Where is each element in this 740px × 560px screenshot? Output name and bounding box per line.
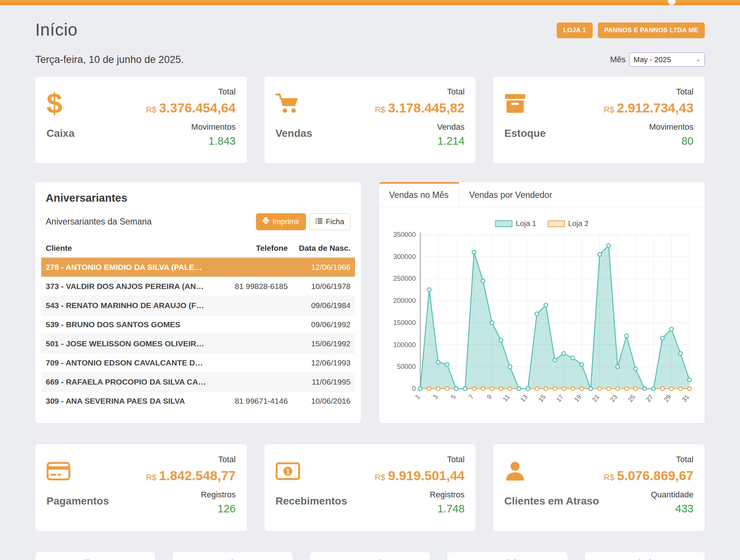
total-label: Total: [146, 87, 236, 97]
birthday-row[interactable]: 539 - BRUNO DOS SANTOS GOMES 09/06/1992: [41, 315, 355, 334]
count-value: 126: [146, 503, 236, 515]
svg-text:150000: 150000: [393, 319, 416, 326]
company-badge[interactable]: PANNOS E PANNOS LTDA ME: [598, 22, 705, 38]
birthday-row[interactable]: 373 - VALDIR DOS ANJOS PEREIRA (AN… 81 9…: [41, 277, 355, 296]
birthday-row[interactable]: 501 - JOSE WELISSON GOMES OLIVEIR… 15/06…: [41, 334, 355, 353]
printer-icon: [262, 217, 269, 226]
telefone-cell: [211, 353, 292, 373]
svg-text:1: 1: [413, 393, 421, 400]
recebimentos-card: 1 Recebimentos Total R$9.919.501,44 Regi…: [264, 444, 476, 531]
stat-name: Usuários: [456, 558, 558, 560]
svg-text:29: 29: [662, 393, 673, 403]
stat-name: Recebimentos: [276, 495, 347, 507]
store-badge-loja1[interactable]: LOJA 1: [557, 22, 592, 38]
svg-text:11: 11: [501, 393, 511, 403]
month-picker: Mês May - 2025 ⌄: [610, 52, 705, 67]
nasc-cell: 12/06/1966: [292, 258, 355, 277]
svg-text:25: 25: [627, 393, 637, 403]
total-value: R$3.376.454,64: [146, 100, 236, 115]
svg-text:23: 23: [609, 393, 619, 403]
total-value: R$3.178.445,82: [375, 100, 465, 115]
clientes-card: Clientes: [35, 552, 155, 560]
usuarios-card: Usuários: [447, 552, 567, 560]
svg-text:31: 31: [680, 393, 691, 403]
cliente-cell: 709 - ANTONIO EDSON CAVALCANTE D…: [41, 353, 211, 373]
tab-vendas-no-mes[interactable]: Vendas no Mês: [379, 182, 459, 207]
tab-vendas-por-vendedor[interactable]: Vendas por Vendedor: [459, 182, 562, 207]
box-icon: [504, 87, 545, 120]
svg-text:0: 0: [412, 385, 416, 392]
sales-chart: 0500001000001500002000002500003000003500…: [387, 229, 695, 419]
birthdays-table: Cliente Telefone Data de Nasc. 278 - ANT…: [41, 239, 355, 410]
svg-text:100000: 100000: [393, 341, 416, 349]
count-label: Movimentos: [146, 122, 236, 132]
nasc-cell: 10/06/2016: [292, 392, 355, 411]
birthday-row[interactable]: 669 - RAFAELA PROCOPIO DA SILVA CA… 11/0…: [41, 373, 355, 392]
col-nasc: Data de Nasc.: [292, 239, 355, 258]
svg-text:7: 7: [467, 393, 475, 400]
total-label: Total: [604, 455, 694, 464]
count-label: Quantidade: [604, 490, 694, 500]
total-value: R$1.842.548,77: [146, 468, 236, 483]
print-button[interactable]: Imprimir: [256, 213, 306, 230]
svg-text:3: 3: [431, 393, 439, 400]
stats-top-row: $ Caixa Total R$3.376.454,64 Movimentos …: [35, 76, 705, 163]
birthdays-title: Aniversariantes: [46, 192, 351, 204]
nasc-cell: 12/06/1993: [292, 353, 355, 373]
svg-text:9: 9: [485, 393, 493, 400]
loja2-swatch: [548, 220, 565, 227]
pagamentos-card: Pagamentos Total R$1.842.548,77 Registro…: [35, 444, 247, 531]
count-value: 1.843: [146, 135, 236, 147]
birthday-row[interactable]: 278 - ANTONIO EMIDIO DA SILVA (PALE… 12/…: [41, 258, 355, 277]
birthday-row[interactable]: 543 - RENATO MARINHO DE ARAUJO (F… 09/06…: [41, 296, 355, 315]
month-select[interactable]: May - 2025: [629, 52, 705, 67]
money-bill-icon: 1: [276, 455, 347, 488]
count-value: 1.748: [375, 503, 465, 515]
date-row: Terça-feira, 10 de junho de 2025. Mês Ma…: [35, 52, 705, 67]
count-label: Registros: [146, 490, 236, 500]
sales-chart-body: Loja 1 Loja 2 05000010000015000020000025…: [379, 207, 705, 423]
count-label: Vendas: [375, 122, 465, 132]
total-value: R$5.076.869,67: [604, 468, 694, 483]
page-title: Início: [35, 19, 78, 40]
sales-tabs: Vendas no Mês Vendas por Vendedor: [379, 182, 705, 207]
stat-name: Vendas: [276, 127, 312, 139]
ficha-button[interactable]: Ficha: [309, 213, 351, 230]
legend-loja1[interactable]: Loja 1: [495, 219, 536, 228]
count-value: 433: [604, 503, 694, 515]
svg-text:250000: 250000: [393, 275, 416, 282]
svg-text:19: 19: [573, 393, 583, 403]
nasc-cell: 09/06/1992: [292, 315, 355, 334]
svg-text:27: 27: [645, 393, 655, 403]
legend-loja2[interactable]: Loja 2: [548, 219, 589, 228]
total-label: Total: [375, 87, 465, 97]
page-header: Início LOJA 1 PANNOS E PANNOS LTDA ME: [35, 19, 705, 40]
stat-name: Vendedores: [594, 558, 696, 560]
svg-text:300000: 300000: [393, 253, 416, 261]
svg-text:17: 17: [555, 393, 565, 403]
telefone-cell: [211, 296, 292, 315]
stat-name: Clientes: [44, 558, 146, 560]
stat-name: Caixa: [46, 127, 75, 139]
loja1-swatch: [495, 220, 512, 227]
user-avatar[interactable]: [668, 0, 676, 5]
total-label: Total: [146, 455, 236, 464]
count-value: 1.214: [375, 135, 465, 147]
birthday-row[interactable]: 709 - ANTONIO EDSON CAVALCANTE D… 12/06/…: [41, 353, 355, 373]
birthdays-subtitle: Aniversariantes da Semana: [46, 217, 152, 227]
svg-text:5: 5: [449, 393, 457, 400]
nasc-cell: 15/06/1992: [292, 334, 355, 353]
svg-text:21: 21: [591, 393, 601, 403]
cliente-cell: 309 - ANA SEVERINA PAES DA SILVA: [41, 392, 211, 411]
cliente-cell: 501 - JOSE WELISSON GOMES OLIVEIR…: [41, 334, 211, 353]
birthdays-card: Aniversariantes Aniversariantes da Seman…: [35, 182, 361, 423]
svg-text:50000: 50000: [397, 363, 416, 370]
stat-name: Estoque: [504, 127, 545, 139]
birthday-row[interactable]: 309 - ANA SEVERINA PAES DA SILVA 81 9967…: [41, 392, 355, 411]
telefone-cell: [211, 258, 292, 277]
nasc-cell: 11/06/1995: [292, 373, 355, 392]
cliente-cell: 278 - ANTONIO EMIDIO DA SILVA (PALE…: [41, 258, 211, 277]
telefone-cell: 81 99828-6185: [211, 277, 292, 296]
list-icon: [316, 217, 322, 226]
svg-text:15: 15: [537, 393, 547, 403]
